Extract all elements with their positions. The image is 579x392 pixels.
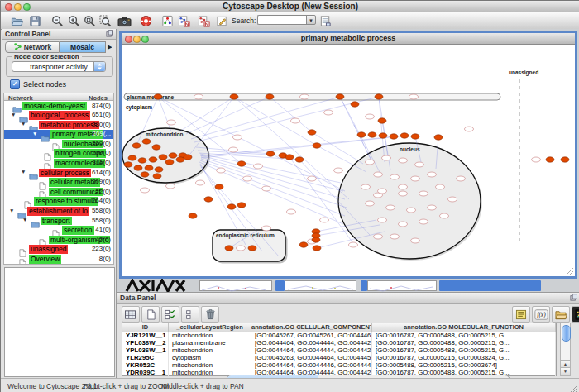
table-row[interactable]: YPL036W__2plasma membrane[GO:0044464, GO… xyxy=(122,339,556,347)
network-node[interactable] xyxy=(194,94,203,99)
network-node[interactable] xyxy=(287,209,296,214)
modify-network-icon[interactable] xyxy=(177,14,191,27)
expander-icon[interactable]: ▼ xyxy=(22,217,27,222)
network-node[interactable] xyxy=(361,184,371,189)
network-node[interactable] xyxy=(308,176,317,181)
tree-row[interactable]: unassigned223(0) xyxy=(4,245,113,255)
network-node-selected[interactable] xyxy=(159,155,167,160)
network-node[interactable] xyxy=(428,172,437,177)
network-node-selected[interactable] xyxy=(546,157,554,162)
tree-row[interactable]: ▼primary metabo209(... xyxy=(4,130,113,140)
network-node[interactable] xyxy=(390,174,400,179)
network-node-selected[interactable] xyxy=(142,139,151,144)
table-row[interactable]: YPL036W__1mitochondrion[GO:0044464, GO:0… xyxy=(122,347,556,354)
network-node[interactable] xyxy=(334,168,343,173)
column-header[interactable]: annotation.GO MOLECULAR_FUNCTION xyxy=(372,323,556,332)
network-node-selected[interactable] xyxy=(153,174,161,179)
network-node[interactable] xyxy=(366,160,375,165)
network-node[interactable] xyxy=(419,219,428,224)
birdseye-view[interactable] xyxy=(4,267,115,377)
table-row[interactable]: YJR121W__1mitochondrion[GO:0045267, GO:0… xyxy=(122,332,556,339)
scrollbar-thumb[interactable] xyxy=(562,325,571,342)
network-node[interactable] xyxy=(532,157,541,162)
zoom-in-icon[interactable] xyxy=(67,14,81,27)
tree-row[interactable]: nucleobase-209(0) xyxy=(4,139,113,149)
tree-row[interactable]: ▼biological_process651(0) xyxy=(4,111,113,121)
network-node[interactable] xyxy=(419,191,428,196)
network-node-selected[interactable] xyxy=(225,246,233,251)
annotation-icon[interactable] xyxy=(215,14,229,27)
network-node[interactable] xyxy=(411,176,420,181)
table-row[interactable]: YLR295Ccytoplasm[GO:0045263, GO:0044464,… xyxy=(122,354,556,361)
table-row[interactable]: YKR052Cmitochondrion[GO:0044464, GO:0044… xyxy=(122,361,556,369)
network-node-selected[interactable] xyxy=(390,134,398,139)
tab-mosaic[interactable]: Mosaic xyxy=(60,41,106,53)
network-node-selected[interactable] xyxy=(149,157,157,162)
network-node[interactable] xyxy=(324,110,333,115)
network-node[interactable] xyxy=(399,191,408,196)
expander-icon[interactable]: ▼ xyxy=(21,121,26,127)
expander-icon[interactable]: ▼ xyxy=(9,208,14,213)
network-node[interactable] xyxy=(233,135,242,140)
tree-row[interactable]: secretion41(0) xyxy=(4,226,113,236)
function-builder-icon[interactable]: f(x) xyxy=(532,306,550,323)
network-node-selected[interactable] xyxy=(285,155,294,160)
network-node-selected[interactable] xyxy=(357,132,366,137)
network-node-selected[interactable] xyxy=(141,172,149,177)
canvas-resize-grip[interactable] xyxy=(567,268,573,275)
network-node[interactable] xyxy=(411,238,420,243)
network-node[interactable] xyxy=(300,94,309,99)
network-node-selected[interactable] xyxy=(134,165,142,170)
network-node-selected[interactable] xyxy=(266,94,274,99)
tree-row[interactable]: mosaic-demo-yeast874(0) xyxy=(4,101,113,111)
network-node-selected[interactable] xyxy=(561,157,569,162)
region-nucleus[interactable] xyxy=(338,143,481,259)
network-node[interactable] xyxy=(409,94,419,99)
network-node-selected[interactable] xyxy=(189,213,197,218)
network-node-selected[interactable] xyxy=(204,197,213,202)
network-node[interactable] xyxy=(217,168,226,173)
network-node[interactable] xyxy=(366,114,375,119)
network-node-selected[interactable] xyxy=(312,237,320,242)
network-node-selected[interactable] xyxy=(308,130,316,135)
network-node-selected[interactable] xyxy=(227,204,236,209)
network-node[interactable] xyxy=(374,172,383,177)
tree-row[interactable]: ▼metabolic process280(0) xyxy=(4,120,113,130)
search-input[interactable] xyxy=(257,15,307,25)
zoom-selected-region-icon[interactable] xyxy=(98,14,112,27)
network-node-selected[interactable] xyxy=(375,94,383,99)
network-node-selected[interactable] xyxy=(313,246,321,251)
scroll-down-icon[interactable]: ▼ xyxy=(561,367,570,375)
network-node[interactable] xyxy=(141,188,150,193)
network-node[interactable] xyxy=(390,234,400,239)
node-color-dropdown[interactable]: transporter activity xyxy=(12,61,106,72)
network-node[interactable] xyxy=(262,186,271,191)
modify-network-2-icon[interactable] xyxy=(197,14,211,27)
network-node[interactable] xyxy=(320,218,329,222)
network-node-selected[interactable] xyxy=(379,133,387,138)
new-attribute-icon[interactable] xyxy=(141,306,160,323)
tree-row[interactable]: cellular metabo209(0) xyxy=(4,178,113,188)
network-node-selected[interactable] xyxy=(237,203,246,208)
network-node[interactable] xyxy=(399,222,408,227)
network-node[interactable] xyxy=(448,197,457,202)
network-node-selected[interactable] xyxy=(176,157,184,162)
network-node[interactable] xyxy=(415,162,424,167)
tree-row[interactable]: ▼cellular process614(0) xyxy=(4,168,113,178)
expander-icon[interactable]: ▼ xyxy=(32,131,37,136)
help-icon[interactable] xyxy=(139,14,153,27)
network-canvas[interactable]: plasma membranecytoplasmmitochondrionnuc… xyxy=(122,45,575,276)
network-node[interactable] xyxy=(349,242,358,247)
network-node-selected[interactable] xyxy=(154,94,162,99)
network-node-selected[interactable] xyxy=(124,162,132,167)
tree-row[interactable]: macromolecule311(0) xyxy=(4,159,113,169)
expander-icon[interactable]: ▼ xyxy=(21,169,26,174)
network-window-titlebar[interactable]: primary metabolic process xyxy=(122,33,575,45)
table-scrollbar[interactable]: ▲ ▼ xyxy=(560,323,571,376)
network-node-selected[interactable] xyxy=(145,165,153,170)
network-node[interactable] xyxy=(166,184,175,189)
expander-icon[interactable]: ▼ xyxy=(11,112,16,117)
network-node[interactable] xyxy=(237,246,246,251)
tree-row[interactable]: ▼transport558(0) xyxy=(4,216,113,226)
network-node-selected[interactable] xyxy=(152,145,160,150)
